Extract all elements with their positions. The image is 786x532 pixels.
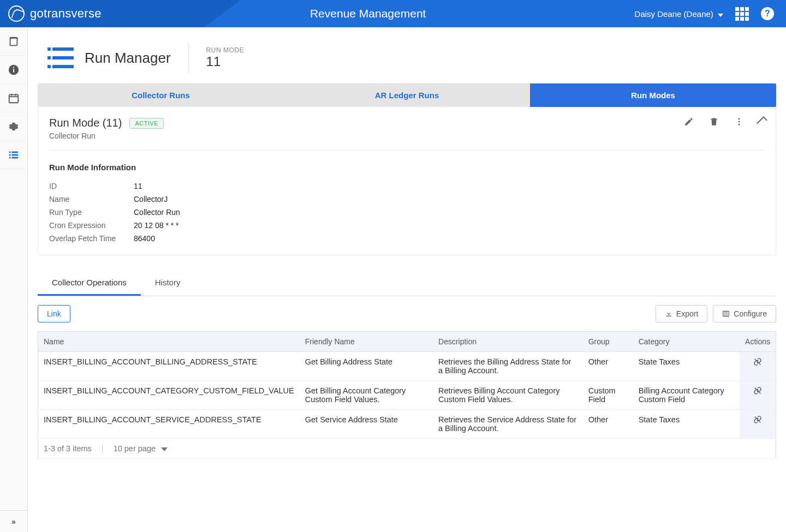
panel-title-row: Run Mode (11) ACTIVE bbox=[49, 117, 164, 129]
col-description[interactable]: Description bbox=[433, 332, 583, 352]
col-name[interactable]: Name bbox=[38, 332, 300, 352]
user-menu[interactable]: Daisy Deane (Deane) bbox=[635, 9, 723, 19]
cell-actions bbox=[740, 410, 776, 439]
unlink-icon[interactable] bbox=[753, 357, 762, 366]
svg-rect-3 bbox=[9, 94, 19, 103]
info-value: 20 12 08 * * * bbox=[134, 221, 179, 230]
nav-settings-icon[interactable] bbox=[0, 112, 27, 141]
info-label: ID bbox=[49, 182, 134, 190]
col-actions: Actions bbox=[740, 332, 776, 352]
layout: » Run Manager RUN MODE 11 Collector Runs… bbox=[0, 27, 786, 532]
cell-group: Other bbox=[583, 410, 633, 439]
module-title: Revenue Management bbox=[102, 7, 635, 20]
brand-text: gotransverse bbox=[30, 7, 102, 21]
columns-icon bbox=[722, 310, 730, 318]
panel-actions bbox=[684, 117, 765, 127]
cell-actions bbox=[740, 352, 776, 381]
table-pager: 1-3 of 3 items | 10 per page bbox=[44, 444, 770, 453]
tab-collector-runs[interactable]: Collector Runs bbox=[38, 83, 284, 107]
main-content: Run Manager RUN MODE 11 Collector Runs A… bbox=[28, 27, 786, 532]
sub-tabs: Collector Operations History bbox=[38, 271, 776, 296]
table-row: INSERT_BILLING_ACCOUNT_SERVICE_ADDRESS_S… bbox=[38, 410, 776, 439]
info-section-title: Run Mode Information bbox=[49, 163, 765, 172]
info-value: 86400 bbox=[134, 234, 155, 243]
cell-actions bbox=[740, 381, 776, 410]
info-label: Cron Expression bbox=[49, 221, 134, 230]
svg-rect-11 bbox=[11, 151, 18, 153]
divider bbox=[188, 43, 189, 73]
cell-category: State Taxes bbox=[633, 352, 740, 381]
svg-rect-12 bbox=[9, 154, 11, 156]
per-page-selector[interactable]: 10 per page bbox=[114, 444, 168, 453]
cell-desc: Retrieves Billing Account Category Custo… bbox=[433, 381, 583, 410]
panel-title: Run Mode (11) bbox=[49, 117, 122, 129]
cell-name: INSERT_BILLING_ACCOUNT_BILLING_ADDRESS_S… bbox=[38, 352, 300, 381]
info-value: Collector Run bbox=[134, 208, 180, 217]
primary-tabs: Collector Runs AR Ledger Runs Run Modes bbox=[38, 83, 776, 107]
cell-name: INSERT_BILLING_ACCOUNT_CATEGORY_CUSTOM_F… bbox=[38, 381, 300, 410]
cell-category: State Taxes bbox=[633, 410, 740, 439]
unlink-icon[interactable] bbox=[753, 415, 762, 424]
status-badge: ACTIVE bbox=[129, 118, 164, 129]
svg-rect-1 bbox=[13, 69, 14, 72]
per-page-label: 10 per page bbox=[114, 444, 156, 453]
nav-ledger-icon[interactable] bbox=[0, 27, 27, 56]
col-group[interactable]: Group bbox=[583, 332, 633, 352]
export-button[interactable]: Export bbox=[656, 305, 707, 322]
export-label: Export bbox=[676, 309, 698, 318]
user-name: Daisy Deane (Deane) bbox=[635, 9, 713, 19]
subtab-collector-operations[interactable]: Collector Operations bbox=[38, 271, 141, 296]
run-mode-panel: Run Mode (11) ACTIVE Collector Run Run M… bbox=[38, 107, 776, 255]
nav-expand-toggle[interactable]: » bbox=[0, 510, 27, 532]
cell-desc: Retrieves the Service Address State for … bbox=[433, 410, 583, 439]
cell-name: INSERT_BILLING_ACCOUNT_SERVICE_ADDRESS_S… bbox=[38, 410, 300, 439]
svg-point-2 bbox=[13, 67, 14, 68]
nav-calendar-icon[interactable] bbox=[0, 84, 27, 112]
app-header: gotransverse Revenue Management Daisy De… bbox=[0, 0, 786, 27]
info-row: Overlap Fetch Time86400 bbox=[49, 232, 765, 245]
page-meta-value: 11 bbox=[206, 54, 244, 69]
info-value: 11 bbox=[134, 182, 142, 190]
page-title: Run Manager bbox=[85, 50, 171, 67]
info-label: Name bbox=[49, 195, 134, 204]
pager-summary: 1-3 of 3 items bbox=[44, 444, 92, 453]
col-category[interactable]: Category bbox=[633, 332, 740, 352]
cell-desc: Retrieves the Billing Address State for … bbox=[433, 352, 583, 381]
more-icon[interactable] bbox=[734, 117, 744, 127]
run-manager-icon bbox=[47, 47, 74, 68]
tab-run-modes[interactable]: Run Modes bbox=[530, 83, 776, 107]
nav-run-manager-icon[interactable] bbox=[0, 141, 27, 169]
subtab-history[interactable]: History bbox=[141, 271, 195, 296]
toolbar-right: Export Configure bbox=[656, 305, 776, 322]
cell-category: Billing Account Category Custom Field bbox=[633, 381, 740, 410]
table-row: INSERT_BILLING_ACCOUNT_BILLING_ADDRESS_S… bbox=[38, 352, 776, 381]
info-label: Run Type bbox=[49, 208, 134, 217]
collapse-icon[interactable] bbox=[757, 116, 767, 127]
info-row: Run TypeCollector Run bbox=[49, 206, 765, 219]
svg-point-17 bbox=[739, 121, 740, 123]
tab-ar-ledger-runs[interactable]: AR Ledger Runs bbox=[284, 83, 530, 107]
help-icon[interactable]: ? bbox=[761, 7, 774, 20]
edit-icon[interactable] bbox=[684, 117, 694, 127]
col-friendly[interactable]: Friendly Name bbox=[300, 332, 433, 352]
table-toolbar: Link Export Configure bbox=[38, 296, 776, 331]
link-button[interactable]: Link bbox=[38, 305, 70, 322]
delete-icon[interactable] bbox=[709, 117, 719, 127]
apps-grid-icon[interactable] bbox=[735, 7, 749, 21]
info-row: Cron Expression20 12 08 * * * bbox=[49, 219, 765, 232]
cell-friendly: Get Billing Address State bbox=[300, 352, 433, 381]
svg-rect-19 bbox=[723, 311, 729, 316]
header-right: Daisy Deane (Deane) ? bbox=[635, 7, 786, 21]
configure-label: Configure bbox=[734, 309, 767, 318]
configure-button[interactable]: Configure bbox=[713, 305, 776, 322]
cell-friendly: Get Service Address State bbox=[300, 410, 433, 439]
left-nav-rail: » bbox=[0, 27, 28, 532]
operations-table: Name Friendly Name Description Group Cat… bbox=[38, 331, 776, 459]
nav-info-icon[interactable] bbox=[0, 56, 27, 84]
panel-subtitle: Collector Run bbox=[49, 131, 164, 140]
info-row: ID11 bbox=[49, 180, 765, 193]
info-row: NameCollectorJ bbox=[49, 193, 765, 206]
unlink-icon[interactable] bbox=[753, 386, 762, 395]
brand-logo[interactable]: gotransverse bbox=[0, 5, 102, 22]
svg-rect-14 bbox=[9, 157, 11, 158]
